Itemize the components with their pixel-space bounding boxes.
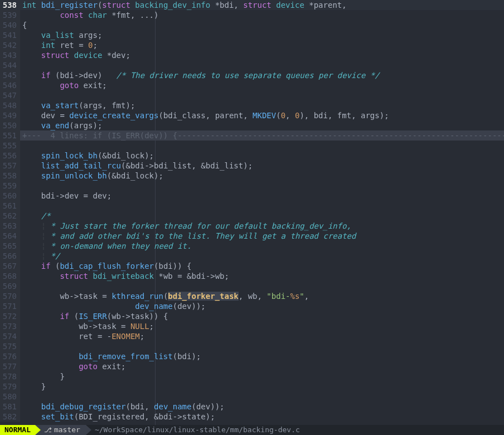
code-line[interactable]: va_start(args, fmt); xyxy=(20,100,504,110)
code-line[interactable]: } xyxy=(20,381,504,392)
code-line[interactable]: bdi_debug_register(bdi, dev_name(dev)); xyxy=(20,402,504,412)
line-number: 560 xyxy=(0,191,20,201)
code-line[interactable]: goto exit; xyxy=(20,80,504,90)
code-line[interactable] xyxy=(20,181,504,191)
code-area[interactable]: 538int bdi_register(struct backing_dev_i… xyxy=(0,0,504,425)
mode-indicator: NORMAL xyxy=(0,425,35,435)
branch-name: master xyxy=(54,425,80,435)
code-line[interactable] xyxy=(20,90,504,100)
code-line[interactable]: spin_unlock_bh(&bdi_lock); xyxy=(20,171,504,181)
line-number: 562 xyxy=(0,211,20,221)
line-number: 541 xyxy=(0,30,20,40)
status-line: NORMAL ⎇ master ~/WorkSpace/linux/linux-… xyxy=(0,425,504,435)
code-line[interactable]: wb->task = kthread_run(bdi_forker_task, … xyxy=(20,291,504,301)
code-line[interactable]: bdi_remove_from_list(bdi); xyxy=(20,351,504,361)
line-number: 570 xyxy=(0,291,20,301)
code-line[interactable]: const char *fmt, ...) xyxy=(20,10,504,20)
fold-line[interactable]: 551+--- 4 lines: if (IS_ERR(dev)) {-----… xyxy=(0,130,504,141)
editor-root: 538int bdi_register(struct backing_dev_i… xyxy=(0,0,504,435)
line-number: 555 xyxy=(0,141,20,151)
powerline-separator-icon xyxy=(35,425,41,435)
code-line[interactable]: va_list args; xyxy=(20,30,504,40)
line-number: 564 xyxy=(0,231,20,241)
line-number: 542 xyxy=(0,40,20,50)
line-number: 549 xyxy=(0,110,20,120)
line-number: 571 xyxy=(0,301,20,311)
code-line[interactable]: ¦ */ xyxy=(20,251,504,261)
code-line[interactable]: ¦ * and add other bdi's to the list. The… xyxy=(20,231,504,241)
line-number: 547 xyxy=(0,90,20,100)
line-number: 558 xyxy=(0,171,20,181)
code-line[interactable]: int bdi_register(struct backing_dev_info… xyxy=(20,0,504,10)
line-number: 582 xyxy=(0,412,20,422)
line-number: 580 xyxy=(0,392,20,402)
line-number: 559 xyxy=(0,181,20,191)
powerline-separator-icon xyxy=(86,425,91,435)
code-line[interactable]: spin_lock_bh(&bdi_lock); xyxy=(20,151,504,161)
line-number: 566 xyxy=(0,251,20,261)
line-number: 545 xyxy=(0,70,20,80)
line-number: 573 xyxy=(0,321,20,331)
line-number: 556 xyxy=(0,151,20,161)
code-line[interactable]: struct device *dev; xyxy=(20,50,504,60)
line-number: 546 xyxy=(0,80,20,90)
line-number: 551 xyxy=(0,130,20,141)
file-path: ~/WorkSpace/linux/linux-stable/mm/backin… xyxy=(91,425,300,435)
code-line[interactable]: if (IS_ERR(wb->task)) { xyxy=(20,311,504,321)
line-number: 563 xyxy=(0,221,20,231)
code-line[interactable]: struct bdi_writeback *wb = &bdi->wb; xyxy=(20,271,504,281)
code-line[interactable] xyxy=(20,392,504,402)
code-line[interactable] xyxy=(20,281,504,291)
line-number: 578 xyxy=(0,371,20,381)
line-number: 574 xyxy=(0,331,20,341)
line-number: 568 xyxy=(0,271,20,281)
line-number: 557 xyxy=(0,161,20,171)
line-number: 581 xyxy=(0,402,20,412)
code-line[interactable]: dev = device_create_vargs(bdi_class, par… xyxy=(20,110,504,120)
line-number: 569 xyxy=(0,281,20,291)
code-line[interactable] xyxy=(20,141,504,151)
fold-text: +--- 4 lines: if (IS_ERR(dev)) {--------… xyxy=(20,130,504,141)
code-line[interactable]: goto exit; xyxy=(20,361,504,371)
line-number: 550 xyxy=(0,120,20,130)
code-line[interactable] xyxy=(20,60,504,70)
code-line[interactable]: /* xyxy=(20,211,504,221)
line-number: 577 xyxy=(0,361,20,371)
code-line[interactable]: { xyxy=(20,20,504,30)
code-line[interactable]: ret = -ENOMEM; xyxy=(20,331,504,341)
code-line[interactable]: ¦ * Just start the forker thread for our… xyxy=(20,221,504,231)
code-line[interactable] xyxy=(20,341,504,351)
code-line[interactable]: if (bdi_cap_flush_forker(bdi)) { xyxy=(20,261,504,271)
code-line[interactable]: int ret = 0; xyxy=(20,40,504,50)
git-branch-segment: ⎇ master xyxy=(41,425,86,435)
line-number: 540 xyxy=(0,20,20,30)
code-line[interactable]: bdi->dev = dev; xyxy=(20,191,504,201)
code-line[interactable] xyxy=(20,201,504,211)
line-number: 561 xyxy=(0,201,20,211)
line-number: 565 xyxy=(0,241,20,251)
line-number: 548 xyxy=(0,100,20,110)
code-line[interactable]: va_end(args); xyxy=(20,120,504,130)
code-line[interactable]: if (bdi->dev) /* The driver needs to use… xyxy=(20,70,504,80)
code-line[interactable]: list_add_tail_rcu(&bdi->bdi_list, &bdi_l… xyxy=(20,161,504,171)
line-number: 579 xyxy=(0,381,20,392)
code-line[interactable]: } xyxy=(20,371,504,381)
code-line[interactable]: wb->task = NULL; xyxy=(20,321,504,331)
line-number: 543 xyxy=(0,50,20,60)
code-line[interactable]: set_bit(BDI_registered, &bdi->state); xyxy=(20,412,504,422)
branch-icon: ⎇ xyxy=(44,425,52,435)
line-number: 544 xyxy=(0,60,20,70)
code-line[interactable]: dev_name(dev)); xyxy=(20,301,504,311)
line-number: 538 xyxy=(0,0,20,10)
line-number: 576 xyxy=(0,351,20,361)
line-number: 539 xyxy=(0,10,20,20)
code-line[interactable]: ¦ * on-demand when they need it. xyxy=(20,241,504,251)
line-number: 567 xyxy=(0,261,20,271)
line-number: 572 xyxy=(0,311,20,321)
line-number: 575 xyxy=(0,341,20,351)
